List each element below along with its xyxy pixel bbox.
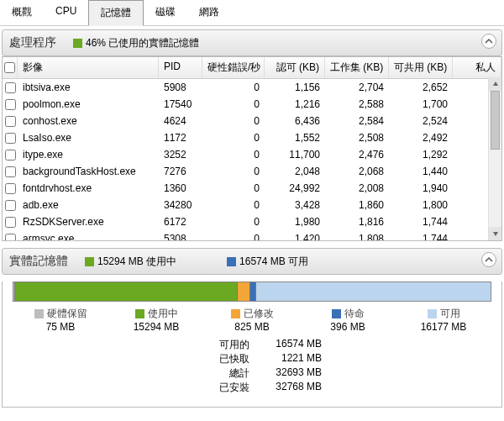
row-checkbox[interactable] [3,164,18,179]
stats-key: 已安裝 [213,381,255,395]
mem-usage-text: 46% 已使用的實體記憶體 [86,36,199,50]
tab-記憶體[interactable]: 記憶體 [88,0,144,26]
cell-pid: 17540 [159,97,202,112]
cell-workingset: 2,476 [325,147,389,162]
scroll-up-button[interactable] [489,77,501,91]
cell-workingset: 1,808 [325,231,389,240]
legend-color-icon [135,309,144,318]
cell-shareable: 2,524 [389,113,453,129]
cell-hardfaults: 0 [202,130,265,145]
cell-workingset: 2,508 [325,130,389,145]
cell-hardfaults: 0 [202,80,265,95]
cell-workingset: 2,008 [325,181,389,196]
memory-segment-待命 [249,282,255,301]
scroll-down-button[interactable] [489,227,501,240]
cell-shareable: 1,940 [389,181,453,196]
table-row[interactable]: adb.exe3428003,4281,8601,800 [3,197,501,213]
chevron-up-icon [485,255,493,264]
legend-label: 已修改 [244,308,274,319]
memory-stats: 可用的16574 MB已快取1221 MB總計32693 MB已安裝32768 … [213,338,501,395]
column-commit[interactable]: 認可 (KB) [265,57,325,78]
stats-value: 32768 MB [255,381,322,395]
row-checkbox[interactable] [3,113,18,129]
legend-value: 15294 MB [108,321,204,333]
cell-hardfaults: 0 [202,214,265,229]
cell-shareable: 1,700 [389,97,453,112]
cell-name: LsaIso.exe [18,130,159,145]
row-checkbox[interactable] [3,231,18,240]
table-row[interactable]: fontdrvhost.exe1360024,9922,0081,940 [3,180,501,197]
cell-name: poolmon.exe [18,97,159,112]
cell-shareable: 1,744 [389,231,453,240]
memory-segment-可用 [255,282,491,301]
row-checkbox[interactable] [3,214,18,229]
column-hardfaults[interactable]: 硬性錯誤/秒 [202,57,265,78]
row-checkbox[interactable] [3,80,18,95]
cell-name: itype.exe [18,147,159,162]
column-pid[interactable]: PID [159,57,202,78]
cell-commit: 3,428 [265,197,325,213]
stats-key: 總計 [213,366,255,381]
select-all-checkbox[interactable] [3,57,18,78]
cell-shareable: 1,440 [389,164,453,179]
table-row[interactable]: conhost.exe462406,4362,5842,524 [3,113,501,129]
table-header: 影像 PID 硬性錯誤/秒 認可 (KB) 工作集 (KB) 可共用 (KB) … [3,57,501,79]
cell-commit: 1,980 [265,214,325,229]
table-row[interactable]: poolmon.exe1754001,2162,5881,700 [3,96,501,113]
table-row[interactable]: backgroundTaskHost.exe727602,0482,0681,4… [3,163,501,180]
table-row[interactable]: ibtsiva.exe590801,1562,7042,652 [3,79,501,96]
legend-label: 硬體保留 [47,308,87,319]
collapse-processes-button[interactable] [481,34,496,49]
triangle-down-icon [492,230,499,237]
tab-網路[interactable]: 網路 [187,0,231,25]
legend-item: 待命396 MB [300,307,396,333]
avail-color-icon [227,257,236,266]
cell-pid: 7276 [159,164,202,179]
vertical-scrollbar[interactable] [488,77,501,240]
cell-pid: 6172 [159,214,202,229]
table-row[interactable]: RzSDKServer.exe617201,9801,8161,744 [3,213,501,230]
column-workingset[interactable]: 工作集 (KB) [325,57,389,78]
legend-label: 使用中 [148,308,178,319]
column-private[interactable]: 私人 [453,57,501,78]
cell-pid: 1360 [159,181,202,196]
column-shareable[interactable]: 可共用 (KB) [389,57,453,78]
tab-磁碟[interactable]: 磁碟 [144,0,187,25]
cell-workingset: 1,816 [325,214,389,229]
stats-value: 32693 MB [255,366,322,381]
tab-概觀[interactable]: 概觀 [0,0,44,25]
cell-name: armsvc.exe [18,231,159,240]
row-checkbox[interactable] [3,97,18,112]
cell-shareable: 1,292 [389,147,453,162]
memory-segment-使用中 [14,282,237,301]
table-row[interactable]: armsvc.exe530801,4201,8081,744 [3,230,501,240]
physical-memory-title: 實體記憶體 [9,254,68,269]
cell-name: RzSDKServer.exe [18,214,159,229]
legend-item: 已修改825 MB [204,307,300,333]
cell-pid: 34280 [159,197,202,213]
row-checkbox[interactable] [3,147,18,162]
cell-pid: 3252 [159,147,202,162]
chevron-up-icon [485,37,493,45]
collapse-memory-button[interactable] [481,252,496,267]
row-checkbox[interactable] [3,197,18,213]
stats-row: 總計32693 MB [213,366,501,381]
cell-hardfaults: 0 [202,231,265,240]
scroll-thumb[interactable] [491,91,500,150]
table-row[interactable]: LsaIso.exe117201,5522,5082,492 [3,129,501,146]
table-row[interactable]: itype.exe3252011,7002,4761,292 [3,146,501,163]
stats-value: 1221 MB [255,352,322,366]
row-checkbox[interactable] [3,181,18,196]
cell-commit: 24,992 [265,181,325,196]
cell-workingset: 2,068 [325,164,389,179]
physical-memory-panel-header: 實體記憶體 15294 MB 使用中 16574 MB 可用 [2,248,502,275]
process-table: 影像 PID 硬性錯誤/秒 認可 (KB) 工作集 (KB) 可共用 (KB) … [2,56,502,241]
tab-CPU[interactable]: CPU [44,0,88,25]
legend-item: 可用16177 MB [396,307,491,333]
row-checkbox[interactable] [3,130,18,145]
cell-hardfaults: 0 [202,181,265,196]
column-name[interactable]: 影像 [18,57,159,78]
cell-workingset: 1,860 [325,197,389,213]
cell-name: conhost.exe [18,113,159,129]
cell-name: ibtsiva.exe [18,80,159,95]
